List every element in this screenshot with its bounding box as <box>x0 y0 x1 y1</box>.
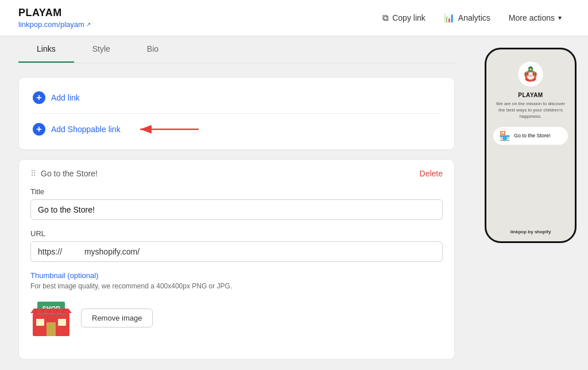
add-link-icon: + <box>33 91 45 104</box>
remove-image-button[interactable]: Remove image <box>81 309 153 327</box>
page-title: PLAYAM <box>18 7 365 19</box>
drag-handle-icon[interactable]: ⠿ <box>30 169 36 178</box>
add-shoppable-icon: + <box>33 123 45 136</box>
chevron-down-icon: ▾ <box>558 14 562 22</box>
phone-description: We are on the mission to discover the be… <box>493 101 568 120</box>
thumbnail-row: SHOP <box>30 297 443 338</box>
shop-svg: SHOP <box>30 297 72 338</box>
svg-rect-7 <box>58 319 66 326</box>
tab-links[interactable]: Links <box>18 36 74 63</box>
external-link-icon: ↗ <box>86 21 91 28</box>
thumbnail-hint: For best image quality, we recommend a 4… <box>30 282 443 290</box>
copy-link-button[interactable]: ⧉ Copy link <box>374 8 434 28</box>
more-actions-button[interactable]: More actions ▾ <box>501 9 570 27</box>
link-card-title-row: ⠿ Go to the Store! <box>30 169 98 178</box>
url-label: URL <box>30 229 443 238</box>
shop-thumbnail: SHOP <box>30 297 72 338</box>
app-header: PLAYAM linkpop.com/playam ↗ ⧉ Copy link … <box>0 0 588 36</box>
tab-bio[interactable]: Bio <box>129 36 177 63</box>
phone-avatar: 🪆 <box>517 61 544 87</box>
url-field-group: URL <box>30 229 443 262</box>
red-arrow-svg <box>136 123 204 136</box>
svg-marker-8 <box>30 309 72 313</box>
main-layout: Links Style Bio + Add link + Add Shoppab… <box>0 36 588 366</box>
add-links-card: + Add link + Add Shoppable link <box>18 77 455 150</box>
url-input-wrapper <box>30 241 443 262</box>
analytics-button[interactable]: 📊 Analytics <box>436 8 498 28</box>
add-link-row[interactable]: + Add link <box>33 89 440 114</box>
phone-frame: 🪆 PLAYAM We are on the mission to discov… <box>485 48 577 243</box>
phone-footer: linkpop by shopify <box>510 222 551 234</box>
thumbnail-group: Thumbnail (optional) For best image qual… <box>30 271 443 338</box>
thumbnail-label: Thumbnail (optional) <box>30 271 443 280</box>
title-input[interactable] <box>30 199 443 220</box>
title-field-group: Title <box>30 187 443 220</box>
header-actions: ⧉ Copy link 📊 Analytics More actions ▾ <box>374 8 570 28</box>
link-card-header: ⠿ Go to the Store! Delete <box>30 169 443 178</box>
svg-rect-5 <box>47 322 56 336</box>
phone-name: PLAYAM <box>518 92 543 98</box>
phone-link-icon: 🏪 <box>499 130 510 141</box>
preview-panel: 🪆 PLAYAM We are on the mission to discov… <box>473 36 588 366</box>
title-label: Title <box>30 187 443 196</box>
analytics-icon: 📊 <box>444 13 455 23</box>
add-shoppable-link-row[interactable]: + Add Shoppable link <box>33 114 440 138</box>
copy-icon: ⧉ <box>382 13 389 23</box>
header-left: PLAYAM linkpop.com/playam ↗ <box>18 7 365 29</box>
tab-style[interactable]: Style <box>74 36 129 63</box>
svg-rect-6 <box>36 319 44 326</box>
linkpop-link[interactable]: linkpop.com/playam ↗ <box>18 20 365 29</box>
arrow-indicator <box>136 123 204 136</box>
link-item-card: ⠿ Go to the Store! Delete Title URL Thum… <box>18 159 455 360</box>
url-input[interactable] <box>30 241 443 262</box>
content-area: Links Style Bio + Add link + Add Shoppab… <box>0 36 473 366</box>
tabs-bar: Links Style Bio <box>18 36 455 63</box>
phone-link-button: 🏪 Go to the Store! <box>493 127 568 145</box>
delete-button[interactable]: Delete <box>420 169 443 178</box>
